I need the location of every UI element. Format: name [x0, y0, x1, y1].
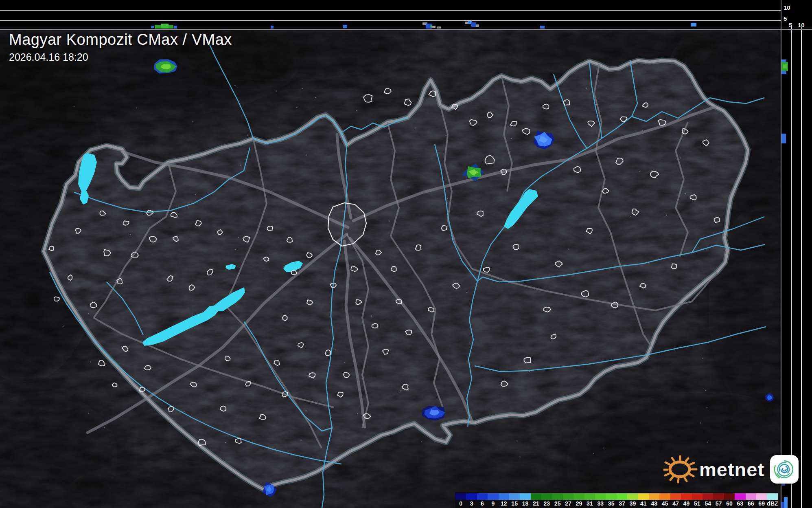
legend-tick: 43 [649, 500, 659, 507]
legend-cell [466, 493, 477, 500]
legend-tick: 6 [477, 500, 488, 507]
title-block: Magyar Kompozit CMax / VMax 2026.04.16 1… [9, 31, 232, 63]
radar-map [0, 0, 812, 508]
city-outline [198, 439, 206, 446]
town-dot [356, 110, 357, 111]
legend-color-cells [455, 493, 778, 500]
town-dot [306, 410, 307, 411]
legend-tick: 0 [455, 500, 466, 507]
town-dot [519, 281, 520, 282]
profile-echo [155, 25, 161, 29]
legend-cell [659, 493, 670, 500]
legend-cell [670, 493, 681, 500]
legend-tick: 15 [509, 500, 520, 507]
legend-tick: 41 [638, 500, 649, 507]
town-dot [184, 411, 185, 412]
town-dot [335, 349, 336, 350]
town-dot [415, 128, 416, 129]
profile-echo [174, 26, 177, 29]
profile-echo [151, 26, 154, 28]
city-outline [714, 218, 719, 223]
legend-cell [649, 493, 659, 500]
town-dot [193, 121, 194, 122]
town-dot [80, 198, 81, 200]
legend-tick: 47 [670, 500, 681, 507]
town-dot [466, 292, 468, 293]
city-outline [282, 391, 288, 397]
legend-tick: 9 [488, 500, 498, 507]
city-outline [49, 246, 54, 251]
town-dot [447, 198, 448, 200]
town-dot [409, 187, 410, 188]
town-dot [234, 85, 236, 86]
legend-tick: 69 [756, 500, 767, 507]
legend-tick: 18 [520, 500, 530, 507]
city-outline [563, 99, 569, 105]
legend-tick: 37 [617, 500, 627, 507]
legend-cell [724, 493, 735, 500]
town-dot [707, 407, 708, 409]
town-dot [517, 440, 518, 442]
city-outline [543, 104, 549, 109]
city-outline [264, 257, 269, 261]
profile-echo [781, 134, 786, 143]
profile-10km-gridline [0, 10, 781, 11]
legend-tick: 57 [713, 500, 724, 507]
top-axis-label-10km: 10 [784, 4, 790, 11]
profile-5km-gridline [0, 20, 781, 21]
profile-echo [781, 71, 786, 74]
top-height-profile-panel [0, 0, 781, 30]
town-dot [300, 440, 302, 441]
town-dot [225, 442, 226, 443]
city-outline [344, 373, 349, 378]
town-dot [700, 422, 701, 424]
profile-echo [476, 24, 479, 27]
town-dot [666, 215, 667, 216]
town-dot [130, 234, 131, 235]
city-outline [267, 226, 273, 231]
legend-cell [477, 493, 488, 500]
legend-tick: 25 [552, 500, 563, 507]
legend-cell [735, 493, 745, 500]
legend-cell [520, 493, 530, 500]
town-dot [306, 154, 307, 156]
town-dot [235, 249, 236, 250]
sun-icon [663, 452, 698, 486]
town-dot [276, 90, 277, 92]
legend-tick-labels: 0369121518212325272931333537394143454749… [455, 500, 778, 507]
legend-cell [756, 493, 767, 500]
legend-tick: 49 [681, 500, 692, 507]
legend-tick: dBZ [767, 500, 777, 507]
city-outline [291, 270, 296, 275]
page-title: Magyar Kompozit CMax / VMax [9, 31, 232, 48]
city-outline [442, 226, 447, 231]
town-dot [90, 361, 91, 363]
town-dot [296, 107, 298, 108]
metnet-app-icon [770, 455, 799, 484]
town-dot [630, 216, 632, 218]
city-outline [524, 357, 531, 363]
legend-cell [617, 493, 627, 500]
city-outline [484, 267, 490, 272]
town-dot [400, 390, 401, 391]
map-top-border-line [0, 29, 812, 30]
legend-tick: 45 [659, 500, 670, 507]
legend-cell [703, 493, 713, 500]
legend-cell [573, 493, 584, 500]
town-dot [113, 145, 114, 147]
town-dot [226, 266, 227, 267]
profile-echo [783, 64, 787, 68]
town-dot [240, 165, 241, 166]
legend-cell [531, 493, 541, 500]
metnet-logo: metnet [663, 452, 799, 486]
town-dot [705, 390, 707, 391]
profile-echo [169, 25, 173, 29]
swirl-icon [772, 457, 797, 482]
city-outline [123, 221, 129, 225]
town-dot [195, 194, 196, 196]
city-outline [54, 297, 59, 301]
city-outline [325, 350, 330, 356]
profile-axis-corner: 10 5 5 10 [781, 0, 812, 30]
town-dot [641, 130, 643, 131]
profile-echo [781, 502, 784, 508]
